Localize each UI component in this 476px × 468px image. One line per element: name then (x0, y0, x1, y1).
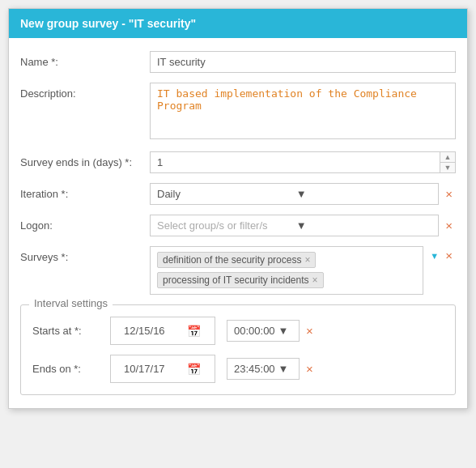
iteration-dropdown-arrow-icon: ▼ (296, 188, 432, 200)
survey-tag-0-remove-button[interactable]: × (304, 254, 310, 266)
ends-date-input[interactable] (117, 359, 182, 379)
surveys-dropdown-arrow-icon[interactable]: ▼ (430, 246, 439, 261)
number-input-wrap: ▲ ▼ (150, 151, 456, 173)
interval-section-label: Interval settings (29, 297, 113, 309)
starts-time-select[interactable]: 00:00:00 ▼ (227, 320, 300, 342)
iteration-control: Daily ▼ × (150, 183, 456, 205)
starts-time-clear-button[interactable]: × (303, 323, 317, 338)
survey-tag-1: processing of IT security incidents × (157, 272, 324, 288)
description-row: Description: IT based implementation of … (20, 83, 456, 142)
starts-time-select-row: 00:00:00 ▼ × (227, 320, 317, 342)
surveys-clear-button[interactable]: × (442, 246, 456, 263)
logon-dropdown-arrow-icon: ▼ (296, 219, 432, 232)
starts-at-label: Starts at *: (32, 325, 105, 337)
description-label: Description: (20, 83, 150, 100)
surveys-control: definition of the security process × pro… (150, 246, 456, 295)
starts-calendar-icon[interactable]: 📅 (187, 325, 201, 338)
ends-time-dropdown-arrow-icon: ▼ (278, 363, 292, 375)
starts-time-value: 00:00:00 (234, 325, 275, 337)
ends-time-select-row: 23:45:00 ▼ × (227, 358, 317, 380)
survey-ends-control: ▲ ▼ (150, 151, 456, 173)
starts-at-row: Starts at *: 📅 00:00:00 ▼ × (32, 317, 444, 345)
ends-on-row: Ends on *: 📅 23:45:00 ▼ × (32, 355, 444, 383)
survey-ends-label: Survey ends in (days) *: (20, 151, 150, 168)
dialog: New group survey - "IT security" Name *:… (8, 8, 468, 409)
ends-time-clear-button[interactable]: × (303, 361, 317, 377)
survey-tag-0-label: definition of the security process (163, 254, 301, 266)
survey-tag-1-remove-button[interactable]: × (312, 274, 318, 286)
iteration-select-wrap: Daily ▼ × (150, 183, 456, 205)
logon-select-wrap: Select group/s or filter/s ▼ × (150, 215, 456, 236)
interval-section: Interval settings Starts at *: 📅 00:00:0… (20, 304, 456, 395)
survey-ends-row: Survey ends in (days) *: ▲ ▼ (20, 151, 456, 173)
surveys-label: Surveys *: (20, 246, 150, 263)
name-label: Name *: (20, 51, 150, 68)
starts-date-input[interactable] (117, 321, 182, 341)
spin-buttons: ▲ ▼ (440, 152, 455, 172)
ends-time-select-wrap: 23:45:00 ▼ × (227, 358, 317, 380)
iteration-select[interactable]: Daily ▼ (150, 183, 439, 205)
dialog-title: New group survey - "IT security" (20, 17, 196, 30)
spin-down-button[interactable]: ▼ (440, 163, 455, 172)
survey-tag-0: definition of the security process × (157, 252, 316, 268)
ends-time-select[interactable]: 23:45:00 ▼ (227, 358, 300, 380)
iteration-row: Iteration *: Daily ▼ × (20, 183, 456, 205)
starts-date-input-wrap: 📅 (110, 317, 215, 345)
logon-clear-button[interactable]: × (442, 218, 456, 233)
surveys-tags-area[interactable]: definition of the security process × pro… (150, 246, 423, 295)
iteration-clear-button[interactable]: × (442, 186, 456, 202)
description-control: IT based implementation of the Complianc… (150, 83, 456, 142)
dialog-body: Name *: Description: IT based implementa… (9, 38, 467, 408)
logon-row: Logon: Select group/s or filter/s ▼ × (20, 215, 456, 236)
starts-time-dropdown-arrow-icon: ▼ (278, 325, 292, 337)
iteration-label: Iteration *: (20, 183, 150, 200)
name-input[interactable] (150, 51, 456, 73)
survey-ends-input[interactable] (151, 152, 440, 172)
ends-date-input-wrap: 📅 (110, 355, 215, 383)
starts-time-select-wrap: 00:00:00 ▼ × (227, 320, 317, 342)
iteration-value: Daily (157, 188, 293, 200)
surveys-tags-control: definition of the security process × pro… (150, 246, 456, 295)
logon-select[interactable]: Select group/s or filter/s ▼ (150, 215, 439, 236)
logon-label: Logon: (20, 215, 150, 232)
logon-placeholder: Select group/s or filter/s (157, 219, 293, 232)
survey-tag-1-label: processing of IT security incidents (163, 274, 309, 286)
dialog-header: New group survey - "IT security" (9, 9, 467, 38)
ends-on-label: Ends on *: (32, 363, 105, 375)
surveys-row: Surveys *: definition of the security pr… (20, 246, 456, 295)
spin-up-button[interactable]: ▲ (440, 152, 455, 163)
name-control (150, 51, 456, 73)
name-row: Name *: (20, 51, 456, 73)
description-input[interactable]: IT based implementation of the Complianc… (150, 83, 456, 139)
ends-calendar-icon[interactable]: 📅 (187, 363, 201, 376)
ends-time-value: 23:45:00 (234, 363, 275, 375)
logon-control: Select group/s or filter/s ▼ × (150, 215, 456, 236)
